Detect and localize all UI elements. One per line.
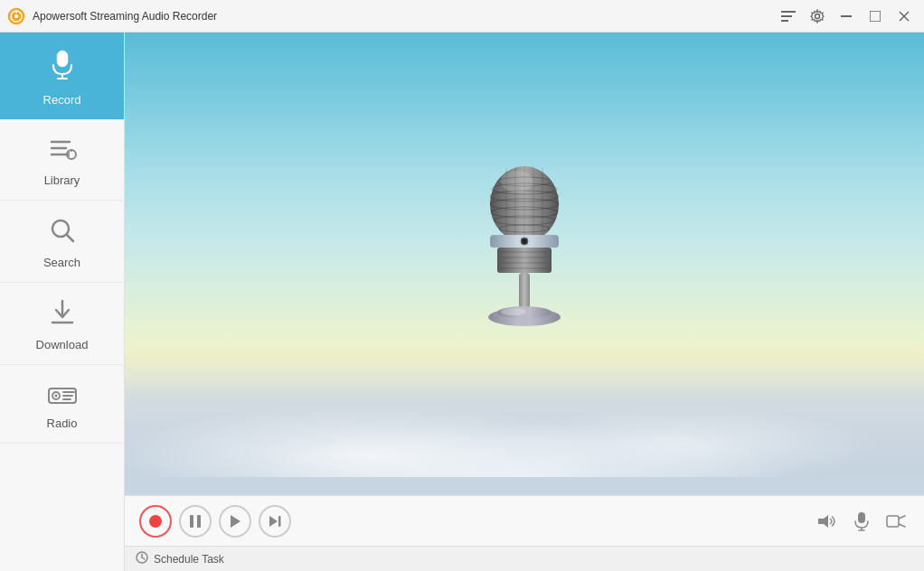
mic-button[interactable] [848, 508, 875, 535]
sidebar-item-search[interactable]: Search [0, 201, 124, 283]
minimize-button[interactable] [834, 4, 859, 29]
radio-icon [47, 381, 78, 411]
schedule-label: Schedule Task [154, 553, 224, 566]
record-label: Record [43, 93, 81, 107]
svg-point-2 [14, 14, 18, 18]
download-icon [49, 299, 76, 332]
svg-rect-61 [278, 516, 281, 527]
microphone-icon [48, 49, 77, 88]
svg-rect-9 [870, 11, 881, 22]
sidebar-item-radio[interactable]: Radio [0, 365, 124, 444]
svg-point-56 [501, 308, 526, 315]
titlebar: Apowersoft Streaming Audio Recorder [0, 0, 924, 33]
microphone-svg [452, 154, 597, 353]
library-icon [48, 136, 77, 168]
play-button[interactable] [219, 505, 251, 538]
svg-point-7 [816, 14, 820, 18]
svg-rect-8 [841, 15, 852, 17]
sidebar-item-library[interactable]: Library [0, 120, 124, 201]
close-button[interactable] [891, 4, 917, 29]
settings-button[interactable] [805, 4, 830, 29]
status-bar: Schedule Task [125, 546, 924, 571]
player-right-controls [814, 508, 910, 535]
svg-point-47 [523, 239, 526, 243]
svg-marker-62 [818, 515, 828, 528]
svg-rect-6 [781, 20, 788, 22]
record-button[interactable] [139, 505, 172, 538]
svg-rect-48 [497, 248, 552, 273]
svg-rect-58 [197, 515, 201, 528]
svg-rect-4 [781, 11, 796, 13]
app-logo [7, 7, 25, 25]
app-title: Apowersoft Streaming Audio Recorder [33, 10, 776, 23]
svg-line-22 [67, 235, 73, 241]
pause-button[interactable] [179, 505, 212, 538]
svg-rect-12 [57, 51, 68, 67]
maximize-button[interactable] [863, 4, 888, 29]
radio-label: Radio [47, 417, 78, 430]
svg-line-67 [899, 516, 905, 519]
main-container: Record Library [0, 33, 924, 571]
sidebar: Record Library [0, 33, 125, 571]
cloud-white [125, 369, 924, 477]
svg-marker-60 [269, 516, 278, 527]
svg-rect-63 [858, 512, 865, 523]
output-button[interactable] [882, 508, 910, 535]
content-area: Schedule Task [125, 33, 924, 571]
svg-rect-5 [781, 15, 792, 17]
search-label: Search [43, 256, 80, 269]
search-icon [49, 217, 76, 250]
svg-rect-66 [887, 516, 899, 527]
sidebar-item-record[interactable]: Record [0, 33, 124, 120]
svg-marker-59 [231, 515, 240, 528]
svg-point-27 [54, 395, 57, 398]
next-button[interactable] [259, 505, 291, 538]
download-label: Download [36, 338, 89, 351]
microphone-illustration [452, 154, 597, 353]
menu-button[interactable] [776, 4, 801, 29]
svg-line-68 [899, 524, 905, 527]
main-background [125, 33, 924, 495]
svg-rect-57 [190, 515, 193, 528]
record-dot [149, 515, 162, 528]
sidebar-item-download[interactable]: Download [0, 283, 124, 365]
volume-button[interactable] [814, 508, 841, 535]
svg-line-71 [142, 557, 145, 559]
player-bar [125, 495, 924, 546]
svg-rect-53 [519, 273, 530, 311]
library-label: Library [44, 173, 80, 187]
schedule-icon [136, 551, 148, 566]
window-controls [776, 4, 917, 29]
svg-point-44 [501, 171, 533, 192]
